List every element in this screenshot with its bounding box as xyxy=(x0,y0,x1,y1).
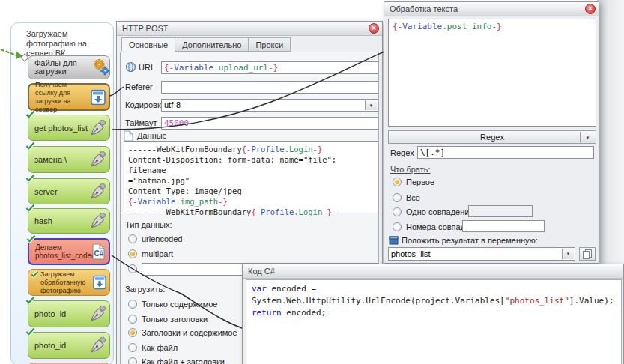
code-line: return encoded; xyxy=(252,307,616,319)
match-numbers-input[interactable] xyxy=(462,220,545,232)
timeout-input[interactable]: 45000 xyxy=(161,117,378,130)
variable-box-icon xyxy=(389,235,399,245)
app-canvas: Загружаем фотографию на сервер ВК Файлы … xyxy=(0,0,624,364)
copy-icon xyxy=(581,249,593,260)
block-get-upload-link[interactable]: Получаем ссылку для загрузки на сервер xyxy=(28,83,110,111)
radio-all[interactable] xyxy=(393,193,402,202)
chevron-down-icon[interactable]: ▼ xyxy=(365,100,377,110)
block-make-photos-list-coded[interactable]: Делаем photos_list_coded C# xyxy=(28,238,110,265)
http-post-titlebar[interactable]: HTTP POST × xyxy=(117,22,382,36)
radio-content-only-label: Только содержимое xyxy=(142,298,217,311)
pen-icon xyxy=(90,151,106,168)
csharp-code-panel: Код C# var encoded = System.Web.HttpUtil… xyxy=(242,264,624,364)
data-type-label: Тип данных: xyxy=(125,219,172,231)
result-variable-combobox[interactable]: photos_list ▼ xyxy=(388,247,575,261)
data-line: Content-Type: image/jpeg xyxy=(128,186,374,196)
radio-multipart[interactable] xyxy=(128,249,137,258)
regex-label: Regex xyxy=(390,147,414,160)
chevron-down-icon[interactable]: ▼ xyxy=(562,249,574,259)
radio-multipart-label: multipart xyxy=(142,248,173,261)
text-processing-titlebar[interactable]: Обработка текста × xyxy=(384,2,599,16)
pen-icon xyxy=(90,306,106,322)
data-line: --------WebKitFormBoundary{-Profile.Logi… xyxy=(128,207,374,217)
result-label: Положить результат в переменную: xyxy=(402,234,538,247)
csharp-file-icon: C# xyxy=(91,243,106,260)
tab-proxy[interactable]: Прокси xyxy=(248,37,291,52)
radio-as-file-plus-headers[interactable] xyxy=(128,357,137,364)
block-files-for-upload[interactable]: Файлы для загрузки xyxy=(28,55,110,79)
regex-input[interactable]: \[.*] xyxy=(417,146,594,159)
csharp-title: Код C# xyxy=(248,267,275,276)
block-server[interactable]: server xyxy=(28,178,110,204)
block-label: замена \ xyxy=(34,156,88,164)
radio-one-match[interactable] xyxy=(393,207,402,216)
tab-advanced[interactable]: Дополнительно xyxy=(175,37,248,52)
text-processing-panel: Обработка текста × {-Variable.post_info-… xyxy=(384,1,599,264)
check-icon xyxy=(25,142,35,150)
url-input[interactable]: {-Variable.upload_url-} xyxy=(161,61,378,74)
block-label: photo_id xyxy=(34,342,88,350)
csharp-code-editor[interactable]: var encoded = System.Web.HttpUtility.Url… xyxy=(246,279,622,364)
block-photo-id-1[interactable]: photo_id xyxy=(28,300,110,327)
radio-match-numbers[interactable] xyxy=(393,222,402,231)
radio-custom-type[interactable] xyxy=(128,264,137,273)
radio-headers-only[interactable] xyxy=(128,315,137,324)
take-label: Что брать: xyxy=(390,163,431,176)
close-icon[interactable]: × xyxy=(369,23,379,34)
check-icon xyxy=(26,234,36,243)
block-label: Делаем photos_list_coded xyxy=(35,243,88,260)
source-textarea[interactable]: {-Variable.post_info-} xyxy=(388,19,596,127)
check-icon xyxy=(25,204,35,212)
document-icon xyxy=(124,130,133,142)
referer-label: Referer xyxy=(125,81,153,94)
check-icon xyxy=(25,296,35,304)
radio-as-file-plus-headers-label: Как файл + заголовки xyxy=(142,356,225,364)
flow-group[interactable]: Загружаем фотографию на сервер ВК Файлы … xyxy=(10,22,114,364)
tab-main[interactable]: Основные xyxy=(121,37,175,52)
block-label: get photos_list xyxy=(34,124,88,132)
block-upload-processed-photo[interactable]: Загружаем обработанную фотографию xyxy=(28,269,110,296)
radio-as-file[interactable] xyxy=(128,343,137,352)
block-hash[interactable]: hash xyxy=(28,208,110,234)
block-get-photos-list[interactable]: get photos_list xyxy=(28,115,110,141)
check-icon xyxy=(25,110,35,118)
data-textarea[interactable]: ------WebKitFormBoundary{-Profile.Login-… xyxy=(124,141,378,213)
radio-as-file-label: Как файл xyxy=(142,342,178,354)
csharp-titlebar[interactable]: Код C# xyxy=(243,264,623,279)
radio-headers-and-content[interactable] xyxy=(128,328,137,337)
block-label: hash xyxy=(34,217,88,225)
block-photo-id-2[interactable]: photo_id xyxy=(28,332,110,359)
copy-variable-button[interactable] xyxy=(579,247,596,261)
canvas-background xyxy=(597,0,624,266)
data-line: {-Variable.img_path-} xyxy=(128,196,374,207)
mode-dropdown[interactable]: Regex ▼ xyxy=(388,130,596,144)
flow-group-title: Загружаем фотографию на сервер ВК xyxy=(26,29,115,58)
radio-first[interactable] xyxy=(393,178,402,186)
data-line: Content-Disposition: form-data; name="fi… xyxy=(128,154,374,175)
chevron-down-icon[interactable]: ▼ xyxy=(580,132,595,142)
globe-icon xyxy=(125,61,136,73)
close-icon[interactable]: × xyxy=(585,4,596,14)
encoding-label: Кодировка xyxy=(125,99,166,112)
http-post-tabs: Основные Дополнительно Прокси xyxy=(121,37,291,52)
radio-headers-and-content-label: Заголовки и содержимое xyxy=(142,327,237,339)
pen-icon xyxy=(90,183,106,200)
radio-urlencoded-label: urlencoded xyxy=(142,233,182,246)
radio-urlencoded[interactable] xyxy=(128,234,137,243)
url-label: URL xyxy=(139,61,155,74)
gears-icon xyxy=(92,59,112,76)
radio-content-only[interactable] xyxy=(128,300,137,309)
radio-one-match-label: Одно совпадение xyxy=(406,206,474,219)
data-line: ------WebKitFormBoundary{-Profile.Login-… xyxy=(128,144,374,154)
radio-first-label: Первое xyxy=(406,176,434,189)
text-processing-title: Обработка текста xyxy=(390,4,458,13)
http-post-title: HTTP POST xyxy=(122,24,169,33)
timeout-label: Таймаут xyxy=(125,117,157,130)
block-label: server xyxy=(34,187,88,195)
one-match-combobox[interactable] xyxy=(468,205,533,217)
encoding-combobox[interactable]: utf-8 ▼ xyxy=(161,99,378,112)
referer-input[interactable] xyxy=(161,81,378,94)
block-replace[interactable]: замена \ xyxy=(28,146,110,173)
check-icon xyxy=(25,174,35,182)
svg-text:C#: C# xyxy=(94,249,104,258)
